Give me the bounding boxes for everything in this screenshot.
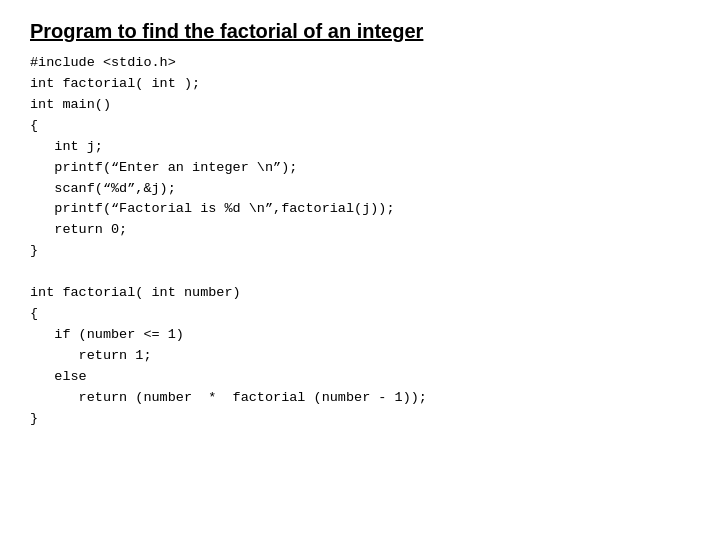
page-title: Program to find the factorial of an inte… bbox=[30, 20, 690, 43]
code-block: #include <stdio.h> int factorial( int );… bbox=[30, 53, 690, 430]
page-container: Program to find the factorial of an inte… bbox=[0, 0, 720, 540]
